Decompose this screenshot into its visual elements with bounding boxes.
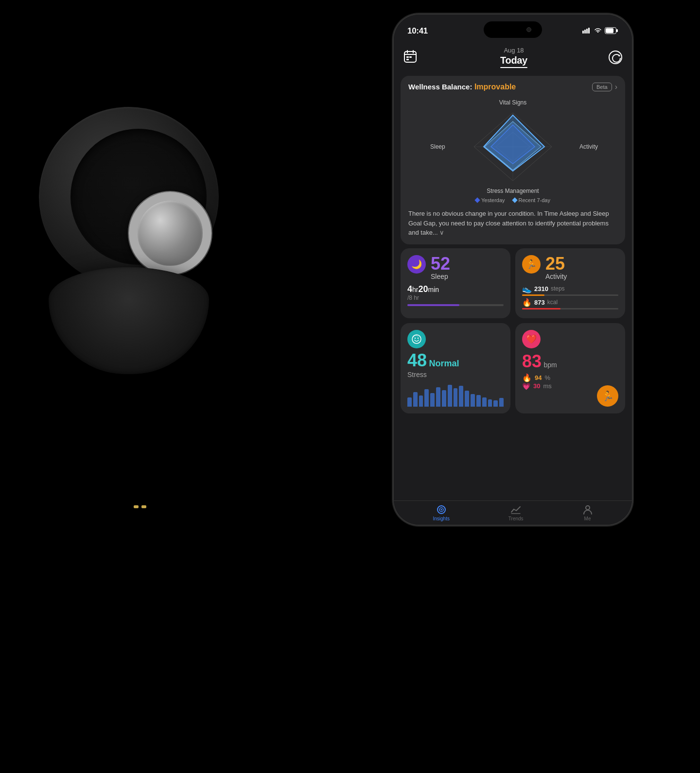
stress-icon <box>407 330 426 348</box>
status-icons <box>582 27 618 35</box>
header-date: Aug 18 <box>504 47 524 54</box>
sleep-card[interactable]: 🌙 52 Sleep 4hr20min /8 hr <box>401 248 510 318</box>
heart-icon: ❤️ <box>522 330 541 348</box>
calories-value: 873 <box>534 299 545 306</box>
activity-card[interactable]: 🏃 25 Activity 👟 2310 steps <box>515 248 625 318</box>
radar-label-activity: Activity <box>579 143 598 150</box>
svg-rect-2 <box>586 29 588 34</box>
contact-1 <box>134 505 139 508</box>
steps-bar-fill <box>522 294 544 296</box>
contact-2 <box>141 505 146 508</box>
ring-recess <box>70 129 207 265</box>
wellness-card[interactable]: Wellness Balance: Improvable Beta › Vita… <box>401 76 625 244</box>
nav-insights[interactable]: Insights <box>433 504 449 521</box>
status-bar: 10:41 <box>394 15 632 41</box>
bar-10 <box>459 386 463 407</box>
svg-point-23 <box>415 337 416 338</box>
legend-recent: Recent 7-day <box>513 197 550 203</box>
bar-17 <box>499 398 504 407</box>
svg-rect-13 <box>409 56 412 58</box>
phone-frame: 10:41 <box>394 15 632 525</box>
wellness-description: There is no obvious change in your condi… <box>408 209 617 238</box>
header-title: Today <box>500 55 527 66</box>
trends-icon <box>510 504 521 515</box>
smart-ring <box>129 192 211 275</box>
radar-label-sleep: Sleep <box>430 143 445 150</box>
heart-card-header: ❤️ <box>522 330 618 348</box>
sleep-score-block: 52 Sleep <box>431 255 450 280</box>
dynamic-island <box>484 21 542 38</box>
calories-pct-row: 🔥 94 % <box>522 373 618 382</box>
svg-point-29 <box>586 506 590 510</box>
nav-me-label: Me <box>584 516 591 521</box>
expand-icon[interactable]: ∨ <box>439 229 444 236</box>
wellness-label: Wellness Balance: <box>408 83 472 91</box>
status-time: 10:41 <box>407 26 428 36</box>
bar-14 <box>482 397 487 407</box>
nav-trends[interactable]: Trends <box>508 504 524 521</box>
nav-me[interactable]: Me <box>582 504 593 521</box>
radar-label-stress: Stress Management <box>487 188 539 194</box>
steps-bar <box>522 294 618 296</box>
bpm-unit: bpm <box>544 361 557 369</box>
sleep-time-row: 4hr20min <box>407 284 504 294</box>
calories-pct-unit: % <box>544 374 550 381</box>
wifi-icon <box>594 28 602 35</box>
sleep-score: 52 <box>431 255 450 273</box>
calories-unit: kcal <box>547 299 558 306</box>
svg-rect-11 <box>406 56 409 58</box>
stats-grid: 🌙 52 Sleep 4hr20min /8 hr <box>401 248 625 413</box>
sleep-time-block: 4hr20min /8 hr <box>407 284 504 306</box>
activity-fab[interactable]: 🏃 <box>597 385 618 407</box>
stress-card[interactable]: 48 Normal Stress <box>401 323 510 413</box>
stress-value-block: 48 Normal <box>407 350 504 371</box>
bar-5 <box>430 393 435 407</box>
camera-dot <box>526 27 531 32</box>
bpm-row: 83 bpm <box>522 351 618 372</box>
hrv-value: 30 <box>533 382 540 390</box>
bar-13 <box>476 395 481 407</box>
wellness-chevron-icon[interactable]: › <box>615 83 617 91</box>
bar-15 <box>488 399 492 407</box>
bar-7 <box>442 390 446 407</box>
svg-marker-21 <box>485 121 541 170</box>
ring-device <box>29 107 233 544</box>
activity-score-block: 25 Activity <box>545 255 567 280</box>
calories-bar-fill <box>522 308 560 309</box>
sleep-card-header: 🌙 52 Sleep <box>407 255 504 280</box>
calendar-icon[interactable] <box>403 50 419 65</box>
bar-2 <box>413 392 418 407</box>
battery-icon <box>605 27 618 35</box>
refresh-icon[interactable] <box>609 51 622 64</box>
charging-contacts <box>134 505 146 508</box>
heart-stats-block: 83 bpm 🔥 94 % 💗 30 ms <box>522 351 618 390</box>
stress-level: Normal <box>429 359 459 368</box>
radar-label-vital: Vital Signs <box>499 99 526 106</box>
stress-card-header <box>407 330 504 348</box>
svg-rect-3 <box>588 28 590 34</box>
svg-rect-12 <box>406 59 409 60</box>
activity-label: Activity <box>545 273 567 280</box>
calories-pct-value: 94 <box>535 374 542 381</box>
sleep-bar <box>407 304 504 306</box>
bar-1 <box>407 397 412 407</box>
svg-rect-6 <box>606 28 613 33</box>
svg-rect-0 <box>582 31 584 34</box>
signal-icon <box>582 28 591 35</box>
activity-card-header: 🏃 25 Activity <box>522 255 618 280</box>
app-header: Aug 18 Today <box>394 41 632 72</box>
bar-4 <box>424 389 429 407</box>
svg-point-22 <box>412 335 421 344</box>
stress-label: Stress <box>407 371 504 378</box>
wellness-status: Improvable <box>474 83 516 91</box>
wellness-header: Wellness Balance: Improvable Beta › <box>408 83 617 91</box>
sleep-bar-fill <box>407 304 459 306</box>
legend-yesterday: Yesterday <box>475 197 505 203</box>
ring-lid <box>39 107 219 287</box>
phone-screen: Aug 18 Today Wellness Balance: Improvabl… <box>394 41 632 500</box>
steps-row: 👟 2310 steps <box>522 284 618 293</box>
heart-card[interactable]: ❤️ 83 bpm 🔥 94 % 💗 30 ms <box>515 323 625 413</box>
radar-chart-container: Vital Signs Sleep <box>408 95 617 205</box>
nav-trends-label: Trends <box>508 516 524 521</box>
header-date-title: Aug 18 Today <box>500 47 527 68</box>
